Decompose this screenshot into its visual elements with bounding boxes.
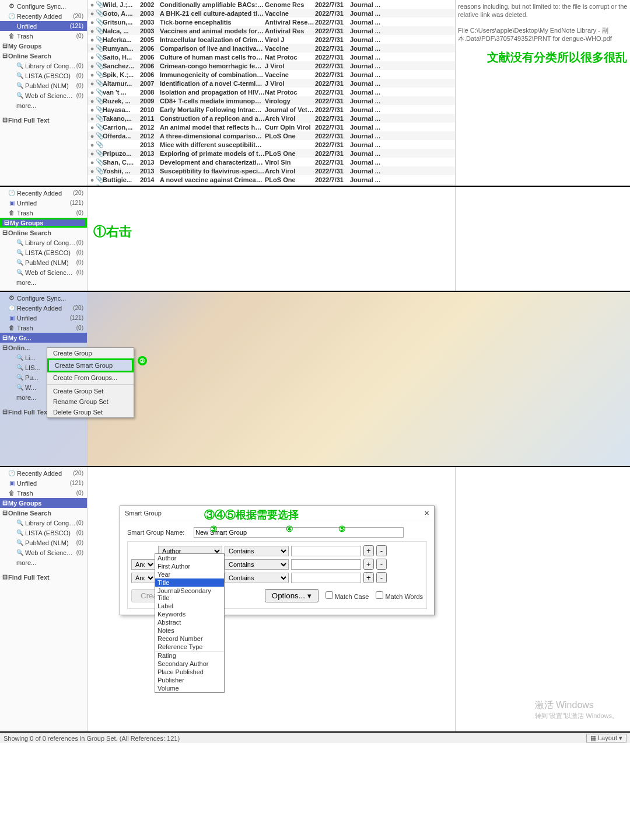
recently-added[interactable]: Recently Added(20) [0,303,87,313]
layout-button[interactable]: ▦ Layout ▾ [586,734,626,743]
remove-row-button[interactable]: - [376,545,387,556]
online-lib[interactable]: Web of Science Core ...(0) [0,548,87,557]
find-full-text-header[interactable]: ⊟Find Full Text [0,572,87,582]
reference-row[interactable]: ●📎Altamur...2007Identification of a nove… [88,79,455,88]
bool-select-3[interactable]: And [131,573,156,583]
dropdown-option[interactable]: Volume [155,684,224,692]
reference-row[interactable]: ●📎Gritsun,...2003Tick-borne encephalitis… [88,18,455,26]
dropdown-option[interactable]: Record Number [155,635,224,643]
create-from-groups[interactable]: Create From Groups... [47,372,134,383]
match-case-checkbox[interactable]: Match Case [326,591,369,600]
dropdown-option[interactable]: Place Published [155,668,224,676]
rename-group-set[interactable]: Rename Group Set [47,396,134,407]
unfiled[interactable]: Unfiled(121) [0,198,87,208]
dropdown-option[interactable]: Keywords [155,610,224,618]
trash[interactable]: Trash(0) [0,208,87,218]
dropdown-option[interactable]: Rating [155,651,224,660]
online-lib[interactable]: Web of Science Core ...(0) [0,90,87,100]
dropdown-option[interactable]: Notes [155,626,224,635]
dropdown-option[interactable]: Journal/Secondary Title [155,587,224,602]
online-lib[interactable]: Web of Science Core ...(0) [0,267,87,277]
dropdown-option[interactable]: Year [155,570,224,578]
my-groups-header[interactable]: ⊟My Groups [0,498,87,508]
reference-row[interactable]: ●📎Offerda...2012A three-dimensional comp… [88,131,455,140]
dropdown-option[interactable]: First Author [155,562,224,570]
reference-row[interactable]: ●📎Pripuzo...2013Exploring of primate mod… [88,149,455,158]
recently-added[interactable]: Recently Added(20) [0,11,87,21]
smart-group-name-input[interactable] [194,527,404,538]
recently-added[interactable]: Recently Added(20) [0,468,87,478]
reference-row[interactable]: ●📎Goto, A....2003A BHK-21 cell culture-a… [88,9,455,18]
reference-row[interactable]: ●📎Maffioli...2014A Tick-Borne Encephalit… [88,184,455,186]
online-lib[interactable]: LISTA (EBSCO)(0) [0,71,87,81]
my-groups-header[interactable]: ⊟My Groups [0,218,87,228]
online-lib[interactable]: PubMed (NLM)(0) [0,257,87,267]
reference-row[interactable]: ●📎Spik, K.;...2006Immunogenicity of comb… [88,70,455,79]
unfiled[interactable]: Unfiled(121) [0,313,87,323]
reference-row[interactable]: ●📎Haferka...2005Intracellular localizati… [88,35,455,44]
value-input-2[interactable] [291,559,361,570]
create-smart-group[interactable]: Create Smart Group [47,358,134,372]
create-group[interactable]: Create Group [47,348,134,358]
my-groups-header[interactable]: ⊟My Groups [0,41,87,51]
reference-row[interactable]: ●📎Wild, J.;...2002Conditionally amplifia… [88,0,455,9]
online-lib[interactable]: PubMed (NLM)(0) [0,538,87,548]
online-search-header[interactable]: ⊟Online Search [0,228,87,238]
reference-row[interactable]: ●📎van 't ...2008Isolation and propagatio… [88,88,455,96]
more-link[interactable]: more... [0,100,87,110]
op-select-3[interactable]: Contains [225,573,289,583]
configure-sync[interactable]: ⚙Configure Sync... [0,293,87,303]
op-select-2[interactable]: Contains [225,559,289,570]
online-search-header[interactable]: ⊟Online Search [0,51,87,61]
my-groups-header[interactable]: ⊟My Gr... [0,333,87,343]
close-button[interactable]: ✕ [424,510,429,517]
reference-row[interactable]: ●📎Nalca, ...2003Vaccines and animal mode… [88,26,455,35]
dropdown-option[interactable]: Abstract [155,618,224,626]
dropdown-option[interactable]: Title [155,578,224,587]
add-row-button[interactable]: + [363,545,374,556]
online-lib[interactable]: LISTA (EBSCO)(0) [0,528,87,538]
trash[interactable]: Trash(0) [0,31,87,41]
trash[interactable]: Trash(0) [0,488,87,498]
reference-row[interactable]: ●📎Yoshii, ...2013Susceptibility to flavi… [88,166,455,175]
value-input-1[interactable] [291,546,361,556]
dropdown-option[interactable]: Author [155,554,224,562]
reference-row[interactable]: ●📎Hayasa...2010Early Mortality Following… [88,105,455,114]
online-search-header[interactable]: ⊟Online Search [0,508,87,518]
add-row-button[interactable]: + [363,559,374,570]
dropdown-option[interactable]: Label [155,602,224,610]
op-select-1[interactable]: Contains [225,546,289,556]
match-words-checkbox[interactable]: Match Words [376,591,423,600]
reference-row[interactable]: ●📎Saito, H...2006Culture of human mast c… [88,53,455,61]
bool-select-2[interactable]: And [131,559,156,570]
online-lib[interactable]: PubMed (NLM)(0) [0,81,87,90]
more-link[interactable]: more... [0,557,87,567]
remove-row-button[interactable]: - [376,559,387,570]
find-full-text-header[interactable]: ⊟Find Full Text [0,115,87,125]
reference-row[interactable]: ●📎Ruzek, ...2009CD8+ T-cells mediate imm… [88,96,455,105]
dropdown-option[interactable]: Secondary Author [155,660,224,668]
add-row-button[interactable]: + [363,572,374,583]
value-input-3[interactable] [291,573,361,583]
field-dropdown[interactable]: AuthorFirst AuthorYearTitleJournal/Secon… [155,553,225,693]
more-link[interactable]: more... [0,277,87,287]
reference-row[interactable]: ●📎Buttigie...2014A novel vaccine against… [88,175,455,184]
dropdown-option[interactable]: Reference Type [155,643,224,651]
dropdown-option[interactable]: Publisher [155,676,224,684]
online-lib[interactable]: Library of Congress(0) [0,238,87,248]
online-lib[interactable]: Library of Congress(0) [0,518,87,528]
trash[interactable]: Trash(0) [0,323,87,333]
create-group-set[interactable]: Create Group Set [47,386,134,396]
configure-sync[interactable]: ⚙Configure Sync... [0,1,87,11]
online-lib[interactable]: Library of Congress(0) [0,61,87,71]
unfiled[interactable]: Unfiled(121) [0,478,87,488]
reference-row[interactable]: ●📎2013Mice with different susceptibility… [88,140,455,149]
unfiled[interactable]: Unfiled(121) [0,21,87,31]
remove-row-button[interactable]: - [376,572,387,583]
reference-row[interactable]: ●📎Rumyan...2006Comparison of live and in… [88,44,455,53]
reference-row[interactable]: ●📎Takano,...2011Construction of a replic… [88,114,455,123]
reference-row[interactable]: ●📎Shan, C....2013Development and charact… [88,158,455,166]
delete-group-set[interactable]: Delete Group Set [47,407,134,417]
recently-added[interactable]: Recently Added(20) [0,188,87,198]
options-button[interactable]: Options... ▾ [265,589,318,602]
